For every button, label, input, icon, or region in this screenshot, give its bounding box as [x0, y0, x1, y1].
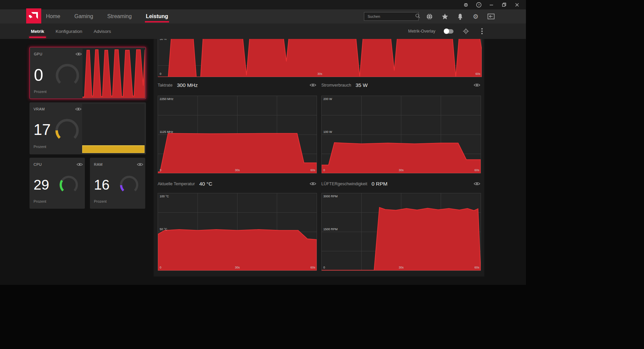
metric-card-cpu[interactable]: CPU 29 Prozent: [30, 158, 85, 209]
axis-origin-label: 0: [160, 168, 161, 172]
chart-title: Taktrate: [158, 83, 172, 88]
x-axis-mid-label: 30s: [235, 266, 240, 269]
card-label: CPU: [34, 162, 42, 166]
card-unit: Prozent: [34, 199, 46, 203]
eye-icon[interactable]: [474, 83, 480, 89]
svg-text:?: ?: [478, 3, 479, 7]
y-axis-max-label: 200 W: [323, 97, 332, 101]
gpu-usage-chart: 50 % 0 30s 60s: [158, 39, 482, 77]
x-axis-mid-label: 30s: [317, 72, 322, 76]
main-navbar: Home Gaming Streaming Leistung ⚙: [0, 9, 526, 23]
x-axis-end-label: 60s: [474, 266, 479, 269]
bell-icon[interactable]: [456, 12, 464, 20]
app-window: ? Home Gaming Streaming Leistung: [0, 0, 526, 285]
x-axis-mid-label: 30s: [399, 168, 404, 172]
eye-icon[interactable]: [137, 162, 143, 168]
titlebar: ?: [0, 0, 526, 9]
nav-item-streaming[interactable]: Streaming: [107, 13, 132, 19]
nav-items: Home Gaming Streaming Leistung: [46, 9, 168, 23]
tab-konfiguration[interactable]: Konfiguration: [56, 29, 83, 34]
card-unit: Prozent: [34, 90, 47, 94]
y-axis-mid-label: 100 W: [323, 130, 332, 134]
tab-advisors[interactable]: Advisors: [94, 29, 111, 34]
nav-item-home[interactable]: Home: [46, 13, 60, 19]
minimize-button[interactable]: [485, 0, 498, 9]
cpu-gauge: [59, 175, 78, 195]
metric-card-vram[interactable]: VRAM 17 Prozent: [30, 102, 146, 154]
card-label: RAM: [94, 162, 103, 166]
gear-icon[interactable]: ⚙: [472, 12, 480, 20]
gpu-sparkline-chart: [83, 49, 145, 98]
charts-panel: 50 % 0 30s 60s Taktrate 300 MHz Stromver…: [154, 39, 484, 277]
eye-icon[interactable]: [474, 181, 480, 187]
tab-metrik[interactable]: Metrik: [31, 29, 44, 34]
metric-card-ram[interactable]: RAM 16 Prozent: [90, 158, 145, 209]
fan-chart-header: LÜFTERgeschwindigkeit 0 RPM: [321, 180, 481, 188]
x-axis-end-label: 60s: [475, 72, 480, 76]
collapse-panel-icon[interactable]: [487, 12, 495, 20]
y-axis-max-label: 3000 RPM: [323, 195, 338, 198]
card-value: 0: [34, 67, 43, 84]
x-axis-mid-label: 30s: [235, 168, 240, 172]
search-input[interactable]: [364, 14, 415, 18]
star-icon[interactable]: [441, 12, 449, 20]
amd-logo[interactable]: [26, 8, 41, 23]
x-axis-origin-label: 0: [160, 72, 161, 76]
x-axis-mid-label: 30s: [399, 266, 404, 269]
eye-icon[interactable]: [310, 83, 316, 89]
card-label: VRAM: [34, 107, 45, 111]
gpu-gauge: [55, 63, 79, 88]
chart-title: Stromverbrauch: [321, 83, 351, 88]
chart-current-value: 35 W: [356, 82, 368, 88]
y-axis-label: 50 %: [160, 39, 167, 41]
y-axis-max-label: 100 °C: [160, 195, 169, 198]
close-button[interactable]: [511, 0, 523, 9]
metrik-overlay-toggle[interactable]: [444, 29, 453, 34]
clock-chart-header: Taktrate 300 MHz: [158, 82, 317, 89]
chart-current-value: 300 MHz: [177, 82, 198, 88]
metric-card-gpu[interactable]: GPU 0 Prozent: [30, 47, 146, 99]
search-box[interactable]: [364, 12, 419, 21]
help-icon[interactable]: ?: [472, 0, 485, 9]
search-icon[interactable]: [415, 13, 420, 20]
axis-origin-label: 0: [160, 266, 161, 269]
restore-button[interactable]: [498, 0, 511, 9]
power-draw-chart: 200 W 100 W 0 30s 60s: [321, 96, 481, 173]
card-value: 17: [34, 122, 51, 137]
y-axis-mid-label: 1500 RPM: [323, 228, 338, 231]
eye-icon[interactable]: [76, 162, 83, 168]
card-value: 16: [94, 178, 110, 192]
x-axis-end-label: 60s: [310, 266, 315, 269]
x-axis-end-label: 60s: [310, 168, 315, 172]
nav-item-gaming[interactable]: Gaming: [74, 13, 93, 19]
eye-icon[interactable]: [75, 51, 82, 57]
ram-gauge: [119, 175, 139, 195]
power-chart-header: Stromverbrauch 35 W: [321, 82, 481, 89]
eye-icon[interactable]: [310, 181, 316, 187]
axis-origin-label: 0: [323, 266, 325, 269]
eye-icon[interactable]: [75, 106, 82, 112]
clock-speed-chart: 2250 MHz 1125 MHz 0 30s 60s: [158, 96, 317, 173]
axis-origin-label: 0: [323, 168, 325, 172]
temperature-chart-header: Aktuelle Temperatur 40 °C: [158, 180, 317, 188]
card-unit: Prozent: [34, 145, 46, 149]
metrik-overlay-label: Metrik-Overlay: [408, 29, 435, 34]
globe-icon[interactable]: [425, 12, 433, 20]
chart-current-value: 40 °C: [199, 181, 212, 187]
y-axis-max-label: 2250 MHz: [160, 97, 173, 101]
card-value: 29: [34, 178, 49, 192]
bug-report-icon[interactable]: [460, 0, 472, 9]
kebab-menu-icon[interactable]: [478, 28, 486, 35]
vram-gauge: [55, 118, 79, 143]
temperature-chart: 100 °C 50 °C 0 30s 60s: [158, 193, 317, 271]
x-axis-end-label: 60s: [474, 168, 479, 172]
sub-navbar: Metrik Konfiguration Advisors Metrik-Ove…: [0, 23, 526, 39]
chart-title: LÜFTERgeschwindigkeit: [321, 182, 367, 186]
chart-title: Aktuelle Temperatur: [158, 182, 195, 186]
vram-usage-chart: [82, 104, 145, 153]
card-unit: Prozent: [94, 199, 107, 203]
sampling-target-icon[interactable]: [462, 28, 470, 35]
chart-current-value: 0 RPM: [372, 181, 387, 187]
nav-item-leistung[interactable]: Leistung: [146, 13, 168, 19]
y-axis-mid-label: 50 °C: [160, 228, 167, 231]
